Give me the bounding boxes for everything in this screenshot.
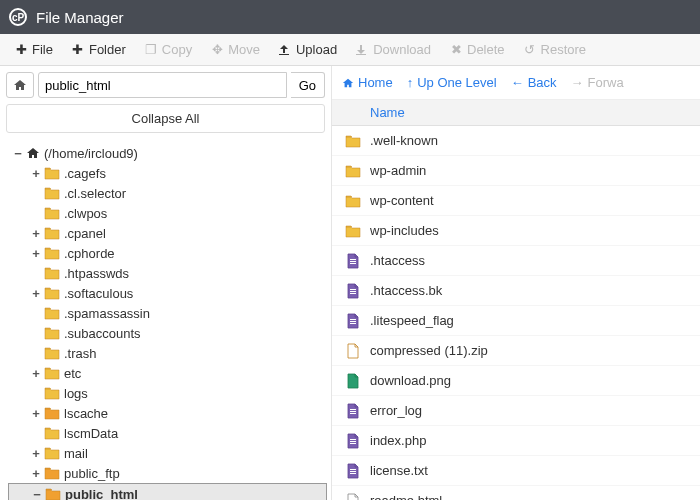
svg-rect-6: [350, 291, 356, 292]
file-name: .htaccess: [370, 253, 425, 268]
tree-item-label: lscache: [64, 406, 108, 421]
nav-back[interactable]: ←Back: [511, 75, 557, 90]
tree-item[interactable]: .cl.selector: [8, 183, 327, 203]
folder-icon: [44, 286, 60, 300]
forward-arrow-icon: →: [571, 75, 584, 90]
expand-toggle[interactable]: +: [30, 466, 42, 481]
download-icon: [355, 44, 369, 56]
file-name: wp-content: [370, 193, 434, 208]
file-row[interactable]: readme.html: [332, 486, 700, 500]
folder-icon: [45, 487, 61, 500]
home-icon: [26, 146, 40, 160]
back-arrow-icon: ←: [511, 75, 524, 90]
expand-toggle[interactable]: +: [30, 366, 42, 381]
expand-toggle[interactable]: +: [30, 406, 42, 421]
collapse-toggle[interactable]: −: [12, 146, 24, 161]
expand-toggle[interactable]: +: [30, 166, 42, 181]
copy-button: ❐Copy: [136, 38, 200, 61]
tree-item[interactable]: .clwpos: [8, 203, 327, 223]
svg-rect-5: [350, 289, 356, 290]
tree-item[interactable]: +etc: [8, 363, 327, 383]
svg-rect-18: [350, 471, 356, 472]
file-row[interactable]: download.png: [332, 366, 700, 396]
file-name: .well-known: [370, 133, 438, 148]
file-panel: Home ↑Up One Level ←Back →Forwa Name .we…: [332, 66, 700, 500]
tree-item[interactable]: .spamassassin: [8, 303, 327, 323]
folder-icon: [44, 346, 60, 360]
tree-item[interactable]: +public_ftp: [8, 463, 327, 483]
tree-item[interactable]: +lscache: [8, 403, 327, 423]
tree-item-label: .trash: [64, 346, 97, 361]
app-header: cP File Manager: [0, 0, 700, 34]
expand-toggle[interactable]: +: [30, 246, 42, 261]
folder-icon: [342, 164, 364, 178]
tree-item-label: public_html: [65, 487, 138, 501]
svg-rect-8: [350, 319, 356, 320]
file-row[interactable]: .litespeed_flag: [332, 306, 700, 336]
tree-item[interactable]: logs: [8, 383, 327, 403]
svg-rect-19: [350, 473, 356, 474]
file-row[interactable]: .htaccess: [332, 246, 700, 276]
svg-rect-15: [350, 441, 356, 442]
tree-root[interactable]: − (/home/ircloud9): [8, 143, 327, 163]
folder-icon: [44, 426, 60, 440]
file-row[interactable]: wp-includes: [332, 216, 700, 246]
expand-toggle[interactable]: +: [30, 446, 42, 461]
folder-icon: [44, 326, 60, 340]
file-icon: [342, 463, 364, 479]
svg-rect-14: [350, 439, 356, 440]
svg-rect-7: [350, 293, 356, 294]
path-input[interactable]: [38, 72, 287, 98]
tree-item[interactable]: lscmData: [8, 423, 327, 443]
nav-home[interactable]: Home: [342, 75, 393, 90]
tree-item[interactable]: .htpasswds: [8, 263, 327, 283]
tree-item[interactable]: +.cpanel: [8, 223, 327, 243]
folder-icon: [342, 224, 364, 238]
folder-icon: [44, 386, 60, 400]
plus-icon: ✚: [14, 42, 28, 57]
plus-icon: ✚: [71, 42, 85, 57]
tree-item-label: .softaculous: [64, 286, 133, 301]
file-icon: [342, 283, 364, 299]
folder-button[interactable]: ✚Folder: [63, 38, 134, 61]
folder-icon: [44, 446, 60, 460]
folder-icon: [44, 246, 60, 260]
go-button[interactable]: Go: [291, 72, 325, 98]
tree-item[interactable]: +.cagefs: [8, 163, 327, 183]
tree-item[interactable]: .subaccounts: [8, 323, 327, 343]
file-row[interactable]: index.php: [332, 426, 700, 456]
expand-toggle[interactable]: +: [30, 226, 42, 241]
cpanel-logo-icon: cP: [8, 7, 28, 27]
main-toolbar: ✚File ✚Folder ❐Copy ✥Move Upload Downloa…: [0, 34, 700, 66]
file-row[interactable]: error_log: [332, 396, 700, 426]
column-header-name[interactable]: Name: [332, 100, 700, 126]
file-row[interactable]: .well-known: [332, 126, 700, 156]
svg-rect-9: [350, 321, 356, 322]
tree-item[interactable]: +mail: [8, 443, 327, 463]
nav-up[interactable]: ↑Up One Level: [407, 75, 497, 90]
tree-item-label: .htpasswds: [64, 266, 129, 281]
file-row[interactable]: compressed (11).zip: [332, 336, 700, 366]
expand-toggle[interactable]: −: [31, 487, 43, 501]
tree-item[interactable]: −public_html: [8, 483, 327, 500]
file-row[interactable]: wp-content: [332, 186, 700, 216]
tree-item[interactable]: .trash: [8, 343, 327, 363]
upload-button[interactable]: Upload: [270, 38, 345, 61]
tree-item-label: .cphorde: [64, 246, 115, 261]
file-name: error_log: [370, 403, 422, 418]
file-row[interactable]: wp-admin: [332, 156, 700, 186]
file-row[interactable]: .htaccess.bk: [332, 276, 700, 306]
svg-rect-3: [350, 261, 356, 262]
file-name: wp-includes: [370, 223, 439, 238]
tree-item[interactable]: +.softaculous: [8, 283, 327, 303]
home-button[interactable]: [6, 72, 34, 98]
file-button[interactable]: ✚File: [6, 38, 61, 61]
collapse-all-button[interactable]: Collapse All: [6, 104, 325, 133]
folder-icon: [44, 406, 60, 420]
tree-panel: Go Collapse All − (/home/ircloud9) +.cag…: [0, 66, 332, 500]
expand-toggle[interactable]: +: [30, 286, 42, 301]
tree-item[interactable]: +.cphorde: [8, 243, 327, 263]
file-row[interactable]: license.txt: [332, 456, 700, 486]
file-name: download.png: [370, 373, 451, 388]
nav-bar: Home ↑Up One Level ←Back →Forwa: [332, 66, 700, 100]
